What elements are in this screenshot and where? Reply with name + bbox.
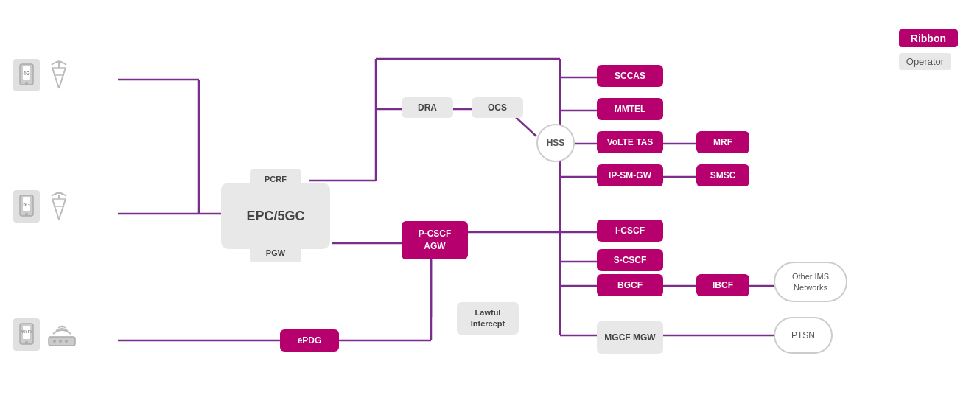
- ibcf-node: IBCF: [696, 274, 749, 296]
- bgcf-node: BGCF: [597, 274, 663, 296]
- router-icon: [46, 321, 78, 349]
- epdg-node: ePDG: [280, 329, 339, 352]
- pgw-node: PGW: [250, 243, 301, 262]
- svg-point-65: [65, 340, 68, 343]
- hss-node: HSS: [536, 124, 575, 162]
- svg-line-54: [59, 199, 66, 220]
- phone-5g-icon: 5G: [13, 190, 40, 223]
- pcrf-node: PCRF: [250, 169, 301, 189]
- mgcf-mgw-node: MGCF MGW: [597, 321, 663, 354]
- phone-4g-icon: 4G: [13, 59, 40, 91]
- other-ims-node: Other IMS Networks: [774, 262, 847, 302]
- svg-point-66: [61, 326, 63, 328]
- phone-wifi-icon: Wi-Fi: [13, 318, 40, 351]
- svg-text:Wi-Fi: Wi-Fi: [21, 329, 32, 334]
- tower-4g-icon: [46, 60, 72, 90]
- sccas-node: SCCAS: [597, 65, 663, 87]
- p-cscf-node: P-CSCF AGW: [402, 221, 468, 259]
- ip-sm-gw-node: IP-SM-GW: [597, 164, 663, 186]
- device-wifi: Wi-Fi: [13, 318, 78, 351]
- svg-point-64: [59, 340, 62, 343]
- ptsn-node: PTSN: [774, 317, 833, 354]
- legend: Ribbon Operator: [899, 29, 958, 70]
- tower-5g-icon: [46, 192, 72, 221]
- smsc-node: SMSC: [696, 164, 749, 186]
- lawful-intercept-node: Lawful Intercept: [457, 302, 519, 335]
- svg-point-52: [25, 213, 28, 216]
- volte-tas-node: VoLTE TAS: [597, 131, 663, 153]
- device-5g: 5G: [13, 190, 72, 223]
- svg-point-43: [25, 82, 28, 85]
- ocs-node: OCS: [472, 97, 523, 118]
- legend-operator-box: Operator: [899, 53, 951, 70]
- svg-point-61: [25, 341, 28, 344]
- dra-node: DRA: [402, 97, 453, 118]
- epc-5gc-node: PCRF EPC/5GC PGW: [221, 183, 330, 249]
- svg-text:5G: 5G: [23, 202, 30, 207]
- diagram-container: Ribbon Operator 4G: [0, 0, 980, 409]
- legend-ribbon: Ribbon: [899, 29, 958, 47]
- mmtel-node: MMTEL: [597, 98, 663, 120]
- legend-operator: Operator: [899, 53, 958, 70]
- svg-line-45: [59, 68, 66, 88]
- svg-line-44: [52, 68, 59, 88]
- mrf-node: MRF: [696, 131, 749, 153]
- svg-line-53: [52, 199, 59, 220]
- legend-ribbon-box: Ribbon: [899, 29, 958, 47]
- svg-text:4G: 4G: [23, 71, 30, 76]
- device-4g: 4G: [13, 59, 72, 91]
- svg-point-63: [53, 340, 56, 343]
- epc-label: EPC/5GC: [246, 209, 304, 224]
- connection-lines: [0, 0, 980, 409]
- s-cscf-node: S-CSCF: [597, 249, 663, 271]
- i-cscf-node: I-CSCF: [597, 220, 663, 242]
